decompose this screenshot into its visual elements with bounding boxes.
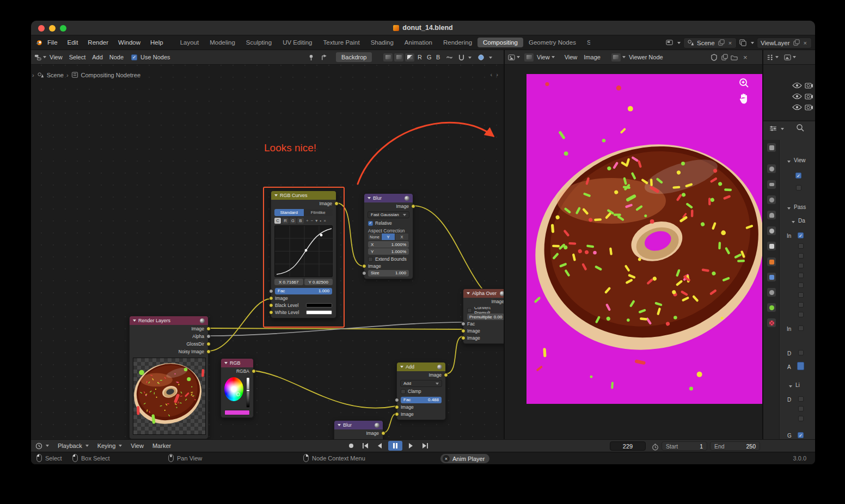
outliner-display-caret[interactable] bbox=[775, 56, 779, 58]
sidebar-toggle-arrow[interactable]: › bbox=[32, 72, 34, 78]
tab-collection-icon[interactable] bbox=[767, 242, 776, 250]
pass-box[interactable] bbox=[798, 263, 804, 268]
socket-noisy-image-out[interactable] bbox=[206, 349, 211, 354]
socket-image-out[interactable] bbox=[444, 373, 448, 377]
premultiply-field[interactable]: Premultiplie0.00 bbox=[467, 314, 504, 320]
value-slider[interactable] bbox=[246, 377, 250, 408]
x-field[interactable]: X1.000% bbox=[368, 241, 409, 248]
curve-x-field[interactable]: X 0.71667 bbox=[274, 279, 303, 285]
editor-type-image-icon[interactable] bbox=[508, 54, 515, 61]
data-section-label[interactable]: Da bbox=[798, 218, 805, 224]
remove-viewlayer-icon[interactable]: × bbox=[803, 40, 808, 46]
node-rgb[interactable]: RGB RGBA bbox=[221, 358, 254, 418]
workspace-tab-sculpting[interactable]: Sculpting bbox=[241, 38, 277, 47]
comp-menu-node[interactable]: Node bbox=[106, 53, 127, 62]
pass-box[interactable] bbox=[798, 253, 804, 259]
pass-box[interactable] bbox=[798, 282, 804, 288]
viewer-menu-image[interactable]: Image bbox=[580, 53, 604, 62]
socket-image-out[interactable] bbox=[206, 327, 211, 331]
copy-image-icon[interactable] bbox=[721, 54, 728, 61]
tab-world-icon[interactable] bbox=[767, 226, 776, 235]
backdrop-combined-icon[interactable] bbox=[383, 53, 393, 62]
node-add-header[interactable]: Add bbox=[397, 362, 445, 371]
overlays-icon[interactable] bbox=[477, 54, 485, 61]
workspace-tab-shading[interactable]: Shading bbox=[365, 38, 399, 47]
backdrop-button[interactable]: Backdrop bbox=[336, 52, 372, 62]
ao-active-toggle[interactable] bbox=[797, 362, 804, 370]
zoom-in-icon[interactable] bbox=[306, 218, 309, 223]
workspace-tab-rendering[interactable]: Rendering bbox=[438, 38, 477, 47]
pan-hand-overlay-icon[interactable] bbox=[738, 93, 749, 105]
tab-scene-icon[interactable] bbox=[767, 211, 776, 219]
fac-slider[interactable]: Fac0.488 bbox=[401, 397, 442, 403]
blender-logo-icon[interactable] bbox=[35, 39, 42, 46]
zoom-in-overlay-icon[interactable] bbox=[738, 77, 750, 89]
jump-to-end-button[interactable] bbox=[420, 441, 431, 451]
unlink-scene-icon[interactable]: × bbox=[727, 40, 733, 46]
new-scene-icon[interactable] bbox=[718, 39, 725, 46]
collapse-icon[interactable] bbox=[368, 197, 371, 199]
viewer-mode-dropdown[interactable]: View bbox=[534, 53, 558, 62]
properties-editor-caret[interactable] bbox=[781, 128, 784, 130]
aspect-none[interactable]: None bbox=[368, 233, 382, 240]
channel-c-button[interactable]: C bbox=[274, 218, 281, 224]
eye-icon[interactable] bbox=[792, 93, 802, 100]
collapse-icon[interactable] bbox=[224, 362, 228, 364]
record-button[interactable] bbox=[346, 441, 357, 451]
viewlayer-selector[interactable]: ViewLayer × bbox=[757, 38, 812, 48]
curve-handle[interactable] bbox=[320, 234, 323, 237]
tab-output-icon[interactable] bbox=[767, 180, 776, 189]
tab-data-icon[interactable] bbox=[767, 303, 776, 312]
socket-image1-in[interactable] bbox=[395, 405, 399, 409]
light-box[interactable] bbox=[798, 396, 804, 402]
socket-rgba-out[interactable] bbox=[252, 369, 256, 373]
curve-handle[interactable] bbox=[305, 249, 308, 252]
node-blur-2[interactable]: Blur Image bbox=[334, 420, 383, 439]
close-window-button[interactable] bbox=[38, 25, 45, 32]
socket-image-in[interactable] bbox=[362, 264, 366, 268]
socket-alpha-out[interactable] bbox=[206, 334, 211, 339]
data-section-caret[interactable] bbox=[792, 221, 795, 223]
socket-fac-in[interactable] bbox=[395, 398, 399, 402]
socket-image2-in[interactable] bbox=[461, 336, 466, 340]
size-field[interactable]: Size1.000 bbox=[368, 270, 409, 276]
region-resize-handles[interactable]: ‹ › bbox=[491, 71, 499, 78]
anim-player-badge[interactable]: × Anim Player bbox=[440, 454, 489, 463]
tab-modifier-icon[interactable] bbox=[767, 273, 776, 281]
handle-type-icon[interactable] bbox=[320, 218, 321, 223]
previous-keyframe-button[interactable] bbox=[374, 441, 385, 451]
minimize-window-button[interactable] bbox=[49, 25, 56, 32]
view-mode-icon[interactable] bbox=[524, 53, 534, 62]
tab-render-icon[interactable] bbox=[767, 164, 776, 173]
playback-menu[interactable]: Playback bbox=[53, 442, 93, 449]
fac-slider[interactable]: Fac1.000 bbox=[275, 288, 332, 294]
keying-menu[interactable]: Keying bbox=[93, 442, 127, 449]
y-field[interactable]: Y1.000% bbox=[368, 248, 409, 255]
collapse-icon[interactable] bbox=[338, 424, 341, 426]
marker-menu[interactable]: Marker bbox=[148, 442, 175, 449]
menu-render[interactable]: Render bbox=[83, 38, 113, 47]
light-section-caret[interactable] bbox=[789, 385, 792, 388]
node-blur[interactable]: Blur Image Fast Gaussian Relative Aspect… bbox=[364, 193, 413, 279]
socket-image-out[interactable] bbox=[334, 201, 339, 206]
delete-point-icon[interactable] bbox=[323, 218, 326, 223]
viewer-menu-view[interactable]: View bbox=[561, 53, 581, 62]
light-section-label[interactable]: Li bbox=[795, 382, 800, 388]
image-datablock-caret[interactable] bbox=[622, 56, 626, 58]
socket-image2-in[interactable] bbox=[395, 412, 399, 416]
include-checkbox[interactable] bbox=[798, 232, 804, 238]
curve-tools-caret-icon[interactable] bbox=[315, 218, 317, 223]
tab-particles-icon[interactable] bbox=[767, 288, 776, 297]
workspace-tab-compositing[interactable]: Compositing bbox=[477, 38, 523, 47]
channel-r-button[interactable]: R bbox=[282, 218, 289, 224]
open-folder-icon[interactable] bbox=[731, 54, 738, 61]
stop-player-icon[interactable]: × bbox=[443, 455, 450, 462]
new-viewlayer-icon[interactable] bbox=[793, 39, 800, 46]
node-rgb-curves-header[interactable]: RGB Curves bbox=[271, 191, 336, 200]
pass-box[interactable] bbox=[798, 302, 804, 308]
socket-size-in[interactable] bbox=[362, 271, 366, 275]
filter-caret[interactable] bbox=[793, 56, 796, 58]
end-frame-field[interactable]: End250 bbox=[710, 441, 760, 451]
breadcrumb-nodetree[interactable]: Compositing Nodetree bbox=[81, 72, 140, 78]
menu-window[interactable]: Window bbox=[113, 38, 145, 47]
